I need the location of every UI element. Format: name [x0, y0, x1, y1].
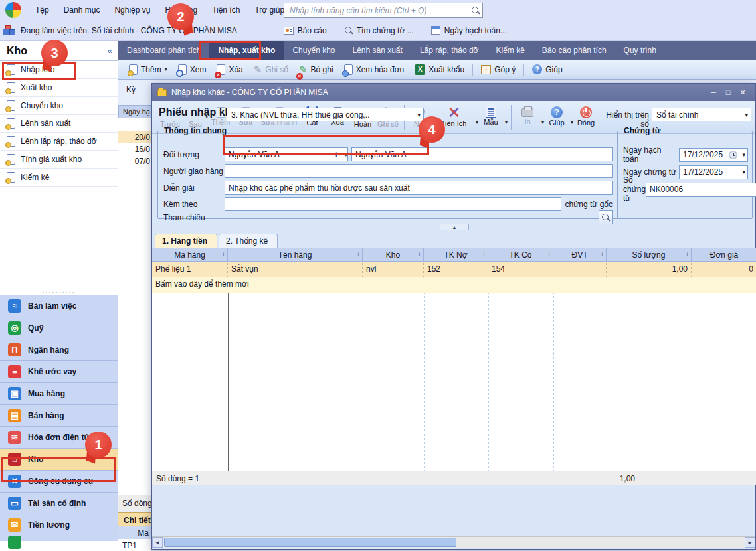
pin-icon[interactable]: +	[357, 251, 360, 258]
chevron-down-icon[interactable]: ▾	[341, 151, 347, 158]
sidebar-item-kiem-ke[interactable]: Kiểm kê	[0, 169, 118, 187]
tab-thong-ke[interactable]: 2. Thống kê	[219, 234, 278, 248]
collapse-form-button[interactable]: ▲	[440, 224, 469, 230]
report-shortcut[interactable]: Báo cáo	[284, 26, 327, 35]
sidebar-item-lenh-lap-rap[interactable]: Lệnh lắp ráp, tháo dỡ	[0, 133, 118, 151]
list-row[interactable]: 16/0	[118, 143, 151, 155]
view-invoice-button[interactable]: Xem hóa đơn	[339, 61, 410, 78]
help-button[interactable]: ?Giúp	[527, 61, 567, 78]
sidebar-item-nhap-kho[interactable]: Nhập kho	[0, 61, 118, 79]
close-dialog-button[interactable]: Đóng	[573, 104, 599, 127]
voucher-date-field[interactable]: 17/12/2025 ▾	[679, 165, 748, 179]
partner-name-input[interactable]	[351, 147, 613, 161]
column-header[interactable]: Kho+	[363, 248, 424, 261]
voucher-type-dropdown[interactable]: 3. Khác (NVL thừa, HH thuê gia công,.. ▾	[227, 108, 424, 121]
attachment-input[interactable]	[225, 197, 561, 211]
list-row[interactable]: 07/0	[118, 155, 151, 167]
utilities-button[interactable]: Tiện ích	[433, 104, 474, 127]
export-button[interactable]: XXuất khẩu	[409, 61, 470, 78]
search-icon[interactable]	[471, 6, 480, 15]
sidebar-item-chuyen-kho[interactable]: Chuyển kho	[0, 97, 118, 115]
module-cong-cu-dung-cu[interactable]: ✕Công cụ dụng cụ	[0, 471, 118, 493]
delete-button[interactable]: Xóa	[211, 61, 248, 78]
minimize-icon[interactable]: ─	[706, 88, 721, 96]
module-quy[interactable]: ◎Quỹ	[0, 317, 118, 339]
scrollbar-thumb[interactable]	[164, 538, 456, 547]
find-voucher-shortcut[interactable]: Tìm chứng từ ...	[344, 26, 414, 35]
working-on-label[interactable]: Đang làm việc trên: Sổ tài chính - CÔNG …	[21, 26, 237, 35]
module-ban-lam-viec[interactable]: ≈Bàn làm việc	[0, 295, 118, 317]
dialog-titlebar[interactable]: Nhập kho khác - CÔNG TY CỔ PHẦN MISA ─ □…	[152, 84, 755, 101]
column-header[interactable]: Tên hàng+	[228, 248, 363, 261]
template-button[interactable]: Mẫu	[478, 104, 504, 126]
post-button[interactable]: ✎Ghi sổ	[248, 61, 294, 78]
add-partner-icon[interactable]: +	[331, 149, 341, 160]
menu-danh-muc[interactable]: Danh mục	[56, 0, 108, 20]
module-tien-luong[interactable]: ✉Tiền lương	[0, 514, 118, 536]
maximize-icon[interactable]: □	[721, 88, 735, 96]
tab-lap-rap-thao-do[interactable]: Lắp ráp, tháo dỡ	[411, 41, 488, 60]
column-header[interactable]: ĐVT+	[553, 248, 607, 261]
grid-empty-area[interactable]	[152, 293, 756, 471]
cell-tk-no[interactable]: 152	[424, 262, 488, 277]
partner-code-input[interactable]	[225, 150, 331, 159]
list-column-header[interactable]: Ngày hạ	[118, 105, 151, 118]
scroll-left-icon[interactable]: ◄	[152, 537, 163, 548]
menu-he-thong[interactable]: Hệ thống	[157, 0, 205, 20]
close-icon[interactable]: ✕	[735, 88, 750, 97]
module-kho[interactable]: ⌂Kho	[0, 449, 118, 471]
sidebar-item-lenh-san-xuat[interactable]: Lệnh sản xuất	[0, 115, 118, 133]
cell-tk-co[interactable]: 154	[488, 262, 553, 277]
chevron-down-icon[interactable]: ▾	[739, 169, 745, 175]
menu-tep[interactable]: Tệp	[28, 0, 56, 20]
app-logo-icon[interactable]	[5, 2, 21, 18]
cell-kho[interactable]: nvl	[363, 262, 424, 277]
cell-don-gia[interactable]: 0	[692, 262, 756, 277]
unpost-button[interactable]: ✎Bỏ ghi	[294, 61, 339, 78]
module-khe-uoc-vay[interactable]: ≡Khế ước vay	[0, 361, 118, 383]
module-partial[interactable]	[0, 536, 118, 541]
voucher-number-input[interactable]	[646, 183, 756, 197]
pin-icon[interactable]: +	[222, 251, 225, 258]
pin-icon[interactable]: +	[418, 251, 421, 258]
module-ban-hang[interactable]: ▤Bán hàng	[0, 405, 118, 427]
scroll-right-icon[interactable]: ►	[745, 537, 755, 548]
feature-search-input[interactable]	[290, 6, 471, 15]
posting-date-shortcut[interactable]: Ngày hạch toán...	[431, 26, 507, 35]
cell-ten-hang[interactable]: Sắt vụn	[228, 262, 363, 277]
pin-icon[interactable]: +	[482, 251, 486, 258]
view-button[interactable]: Xem	[173, 61, 212, 78]
dialog-help-button[interactable]: ?Giúp	[544, 104, 569, 127]
menu-tien-ich[interactable]: Tiện ích	[205, 0, 247, 20]
list-row[interactable]: 20/0	[118, 131, 151, 143]
tab-quy-trinh[interactable]: Quy trình	[615, 41, 665, 60]
module-mua-hang[interactable]: ▣Mua hàng	[0, 383, 118, 405]
pin-icon[interactable]: +	[686, 251, 689, 258]
horizontal-scrollbar[interactable]: ◄ ►	[152, 536, 755, 548]
pin-icon[interactable]: +	[547, 251, 551, 258]
posting-date-field[interactable]: 17/12/2025 ▾	[679, 148, 748, 162]
chevron-down-icon[interactable]: ▾	[505, 119, 508, 125]
sidebar-splitter-handle[interactable]: ··········	[0, 289, 118, 295]
deliverer-input[interactable]	[225, 164, 613, 178]
pin-icon[interactable]: +	[601, 251, 604, 258]
chevron-down-icon[interactable]: ▾	[739, 151, 745, 158]
tab-kiem-ke[interactable]: Kiểm kê	[488, 41, 533, 60]
list-filter-cell[interactable]: =	[118, 118, 151, 131]
module-ngan-hang[interactable]: ΠNgân hàng	[0, 339, 118, 361]
reference-search-button[interactable]	[599, 210, 613, 224]
tab-dashboard-phan-tich[interactable]: Dashboard phân tích	[118, 41, 209, 60]
add-button[interactable]: Thêm▾	[124, 61, 173, 78]
grid-add-row[interactable]: Bấm vào đây để thêm mới	[152, 277, 756, 293]
description-input[interactable]	[225, 181, 613, 195]
feedback-button[interactable]: ↑Góp ý	[476, 61, 521, 78]
tab-lenh-san-xuat[interactable]: Lệnh sản xuất	[343, 41, 411, 60]
print-button[interactable]: In	[515, 104, 540, 125]
column-header[interactable]: TK Có+	[488, 248, 553, 261]
cell-ma-hang[interactable]: Phế liệu 1	[152, 262, 228, 277]
column-header[interactable]: TK Nợ+	[424, 248, 488, 261]
tab-chuyen-kho[interactable]: Chuyển kho	[284, 41, 343, 60]
sidebar-item-tinh-gia-xuat-kho[interactable]: Tính giá xuất kho	[0, 151, 118, 169]
column-header[interactable]: Số lượng+	[607, 248, 692, 261]
tab-bao-cao-phan-tich[interactable]: Báo cáo phân tích	[533, 41, 615, 60]
